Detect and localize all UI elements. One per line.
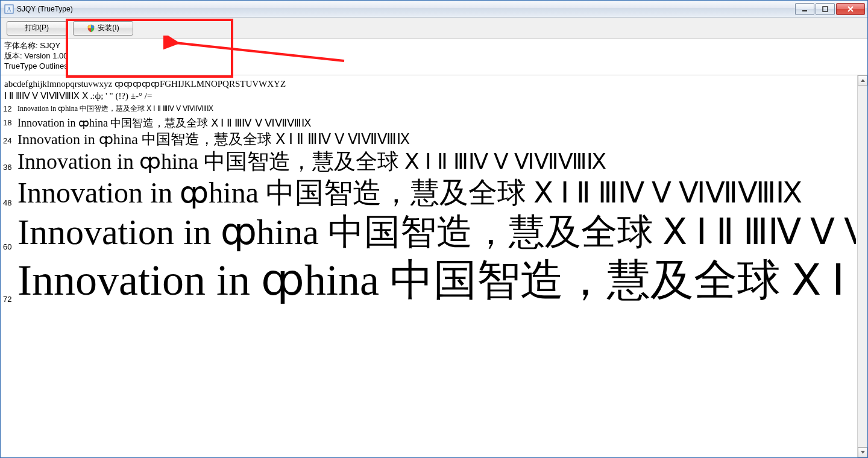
sample-text: Innovation in ȹhina 中国智造，慧及全球 Ⅹ Ⅰ Ⅱ ⅢⅣ Ⅴ…: [17, 104, 213, 113]
sample-size-label: 48: [3, 198, 17, 210]
font-outline-line: TrueType Outlines: [4, 61, 864, 71]
print-button-label: 打印(P): [25, 23, 49, 33]
sample-size-label: 18: [3, 118, 17, 130]
sample-size-label: 24: [3, 136, 17, 148]
sample-row: 48Innovation in ȹhina 中国智造，慧及全球 Ⅹ Ⅰ Ⅱ ⅢⅣ…: [3, 175, 856, 210]
sample-row: 60Innovation in ȹhina 中国智造，慧及全球 Ⅹ Ⅰ Ⅱ ⅢⅣ…: [3, 211, 856, 254]
sample-row: 18Innovation in ȹhina 中国智造，慧及全球 Ⅹ Ⅰ Ⅱ ⅢⅣ…: [3, 117, 856, 130]
sample-text: Innovation in ȹhina 中国智造，慧及全球 Ⅹ Ⅰ Ⅱ ⅢⅣ Ⅴ…: [17, 211, 856, 254]
sample-row: 12Innovation in ȹhina 中国智造，慧及全球 Ⅹ Ⅰ Ⅱ ⅢⅣ…: [3, 104, 856, 116]
sample-size-label: 72: [3, 295, 17, 306]
maximize-button[interactable]: [816, 3, 835, 15]
install-button-label: 安装(I): [98, 23, 119, 33]
font-file-icon: A: [4, 4, 14, 14]
close-button[interactable]: [836, 3, 865, 15]
vertical-scrollbar[interactable]: [857, 75, 867, 457]
sample-sizes-block: 12Innovation in ȹhina 中国智造，慧及全球 Ⅹ Ⅰ Ⅱ ⅢⅣ…: [3, 104, 856, 306]
titlebar: A SJQY (TrueType): [1, 1, 867, 17]
uac-shield-icon: [87, 24, 95, 33]
charset-block: abcdefghijklmnopqrstuvwxyz ȹȹȹȹȹFGHIJKLM…: [3, 77, 856, 102]
toolbar: 打印(P) 安装(I): [1, 17, 867, 39]
sample-row: 24Innovation in ȹhina 中国智造，慧及全球 Ⅹ Ⅰ Ⅱ ⅢⅣ…: [3, 131, 856, 148]
svg-text:A: A: [7, 6, 11, 13]
sample-text: Innovation in ȹhina 中国智造，慧及全球 Ⅹ Ⅰ Ⅱ ⅢⅣ Ⅴ…: [17, 255, 856, 306]
sample-size-label: 36: [3, 163, 17, 174]
content-area: abcdefghijklmnopqrstuvwxyz ȹȹȹȹȹFGHIJKLM…: [1, 75, 867, 457]
sample-row: 72Innovation in ȹhina 中国智造，慧及全球 Ⅹ Ⅰ Ⅱ ⅢⅣ…: [3, 255, 856, 306]
charset-line-1: abcdefghijklmnopqrstuvwxyz ȹȹȹȹȹFGHIJKLM…: [4, 78, 855, 90]
minimize-button[interactable]: [795, 3, 814, 15]
sample-text: Innovation in ȹhina 中国智造，慧及全球 Ⅹ Ⅰ Ⅱ ⅢⅣ Ⅴ…: [17, 117, 312, 130]
svg-rect-3: [823, 7, 828, 11]
font-info-block: 字体名称: SJQY 版本: Version 1.00 TrueType Out…: [1, 39, 867, 75]
sample-text: Innovation in ȹhina 中国智造，慧及全球 Ⅹ Ⅰ Ⅱ ⅢⅣ Ⅴ…: [17, 149, 606, 174]
scroll-up-button[interactable]: [858, 75, 867, 86]
preview-pane: abcdefghijklmnopqrstuvwxyz ȹȹȹȹȹFGHIJKLM…: [1, 75, 857, 457]
scroll-down-button[interactable]: [858, 447, 867, 457]
font-version-line: 版本: Version 1.00: [4, 51, 864, 61]
window-controls: [794, 3, 865, 15]
window-title: SJQY (TrueType): [17, 5, 794, 13]
print-button[interactable]: 打印(P): [7, 21, 67, 36]
install-button[interactable]: 安装(I): [73, 21, 133, 36]
sample-size-label: 12: [3, 104, 17, 116]
sample-text: Innovation in ȹhina 中国智造，慧及全球 Ⅹ Ⅰ Ⅱ ⅢⅣ Ⅴ…: [17, 131, 410, 148]
charset-line-2: Ⅰ Ⅱ ⅢⅣ Ⅴ ⅥⅦⅧⅨ Ⅹ .:ф; ' " (!?) ±-° /=: [4, 90, 855, 102]
sample-text: Innovation in ȹhina 中国智造，慧及全球 Ⅹ Ⅰ Ⅱ ⅢⅣ Ⅴ…: [17, 175, 802, 210]
sample-row: 36Innovation in ȹhina 中国智造，慧及全球 Ⅹ Ⅰ Ⅱ ⅢⅣ…: [3, 149, 856, 174]
svg-rect-2: [802, 10, 807, 11]
font-name-line: 字体名称: SJQY: [4, 40, 864, 51]
font-preview-window: A SJQY (TrueType) 打印(P): [0, 0, 868, 458]
sample-size-label: 60: [3, 242, 17, 254]
